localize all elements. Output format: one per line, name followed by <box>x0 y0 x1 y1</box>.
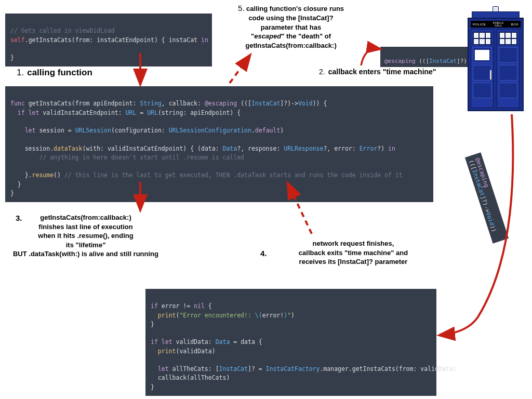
step-5-desc: 5. calling function's closure runscode u… <box>223 3 358 50</box>
code-block-callback-body: if error != nil { print("Error encounter… <box>145 289 436 396</box>
step-1-label: 1.calling function <box>17 68 92 78</box>
code-escaping-rotated: @escaping (([InstaCat]?)->Void)) <box>465 152 509 243</box>
step-3-desc: 3. getInstaCats(from:callback:) finishes… <box>5 213 166 259</box>
code-block-function: func getInstaCats(from apiEndpoint: Stri… <box>5 86 433 202</box>
tardis-icon: POLICE PUBLICCALL BOX <box>464 6 527 113</box>
code-block-calling: // Gets called in viewDidLoad self.getIn… <box>5 14 212 66</box>
step-2-label: 2.callback enters "time machine" <box>319 68 436 76</box>
svg-line-4 <box>230 56 249 83</box>
step-4-desc: 4. network request finishes, callback ex… <box>273 239 434 267</box>
